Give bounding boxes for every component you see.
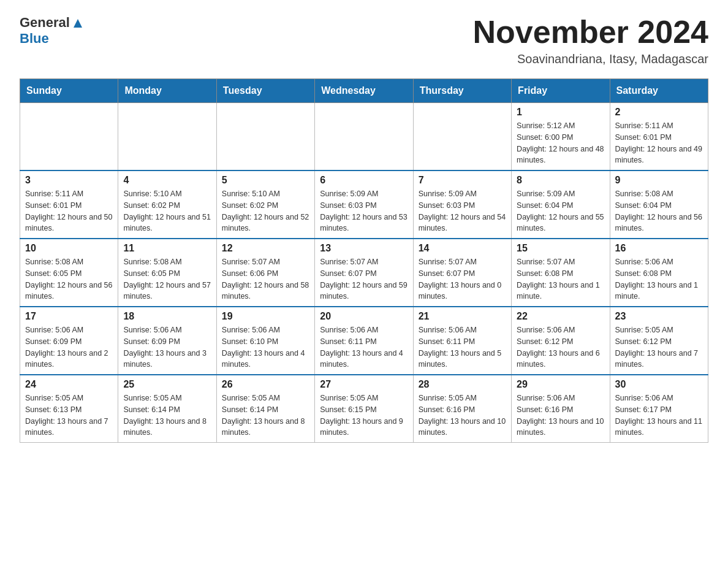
day-sun-info: Sunrise: 5:09 AM Sunset: 6:03 PM Dayligh… bbox=[419, 188, 506, 234]
table-row bbox=[413, 103, 511, 171]
day-sun-info: Sunrise: 5:10 AM Sunset: 6:02 PM Dayligh… bbox=[123, 188, 211, 234]
day-number: 10 bbox=[25, 243, 113, 254]
table-row: 26Sunrise: 5:05 AM Sunset: 6:14 PM Dayli… bbox=[216, 375, 314, 443]
day-number: 13 bbox=[320, 243, 408, 254]
day-sun-info: Sunrise: 5:08 AM Sunset: 6:04 PM Dayligh… bbox=[615, 188, 703, 234]
header-saturday: Saturday bbox=[610, 79, 708, 103]
header-tuesday: Tuesday bbox=[216, 79, 314, 103]
table-row: 28Sunrise: 5:05 AM Sunset: 6:16 PM Dayli… bbox=[413, 375, 511, 443]
table-row: 15Sunrise: 5:07 AM Sunset: 6:08 PM Dayli… bbox=[512, 239, 610, 307]
day-sun-info: Sunrise: 5:07 AM Sunset: 6:08 PM Dayligh… bbox=[517, 256, 604, 302]
calendar-week-row: 1Sunrise: 5:12 AM Sunset: 6:00 PM Daylig… bbox=[20, 103, 708, 171]
month-title: November 2024 bbox=[473, 15, 708, 50]
day-sun-info: Sunrise: 5:11 AM Sunset: 6:01 PM Dayligh… bbox=[615, 120, 703, 166]
table-row: 4Sunrise: 5:10 AM Sunset: 6:02 PM Daylig… bbox=[118, 170, 216, 239]
table-row bbox=[20, 103, 118, 171]
table-row: 29Sunrise: 5:06 AM Sunset: 6:16 PM Dayli… bbox=[512, 375, 610, 443]
header-wednesday: Wednesday bbox=[315, 79, 413, 103]
day-number: 27 bbox=[320, 379, 408, 390]
day-number: 17 bbox=[25, 311, 113, 322]
calendar-week-row: 10Sunrise: 5:08 AM Sunset: 6:05 PM Dayli… bbox=[20, 239, 708, 307]
day-number: 20 bbox=[320, 311, 408, 322]
day-sun-info: Sunrise: 5:06 AM Sunset: 6:11 PM Dayligh… bbox=[419, 324, 506, 370]
day-number: 6 bbox=[320, 175, 408, 186]
day-number: 19 bbox=[222, 311, 309, 322]
logo: General Blue bbox=[20, 15, 85, 47]
calendar-week-row: 17Sunrise: 5:06 AM Sunset: 6:09 PM Dayli… bbox=[20, 307, 708, 375]
header-friday: Friday bbox=[512, 79, 610, 103]
day-number: 9 bbox=[615, 175, 703, 186]
table-row: 27Sunrise: 5:05 AM Sunset: 6:15 PM Dayli… bbox=[315, 375, 413, 443]
day-number: 11 bbox=[123, 243, 211, 254]
logo-blue-text: Blue bbox=[20, 31, 49, 47]
table-row: 12Sunrise: 5:07 AM Sunset: 6:06 PM Dayli… bbox=[216, 239, 314, 307]
table-row bbox=[118, 103, 216, 171]
day-number: 18 bbox=[123, 311, 211, 322]
table-row: 25Sunrise: 5:05 AM Sunset: 6:14 PM Dayli… bbox=[118, 375, 216, 443]
table-row: 1Sunrise: 5:12 AM Sunset: 6:00 PM Daylig… bbox=[512, 103, 610, 171]
page-header: General Blue November 2024 Soavinandrian… bbox=[20, 15, 708, 66]
table-row: 19Sunrise: 5:06 AM Sunset: 6:10 PM Dayli… bbox=[216, 307, 314, 375]
day-sun-info: Sunrise: 5:06 AM Sunset: 6:10 PM Dayligh… bbox=[222, 324, 309, 370]
day-number: 12 bbox=[222, 243, 309, 254]
day-number: 21 bbox=[419, 311, 506, 322]
table-row: 13Sunrise: 5:07 AM Sunset: 6:07 PM Dayli… bbox=[315, 239, 413, 307]
table-row: 16Sunrise: 5:06 AM Sunset: 6:08 PM Dayli… bbox=[610, 239, 708, 307]
day-sun-info: Sunrise: 5:05 AM Sunset: 6:15 PM Dayligh… bbox=[320, 393, 408, 439]
table-row: 3Sunrise: 5:11 AM Sunset: 6:01 PM Daylig… bbox=[20, 170, 118, 239]
table-row: 30Sunrise: 5:06 AM Sunset: 6:17 PM Dayli… bbox=[610, 375, 708, 443]
day-number: 4 bbox=[123, 175, 211, 186]
table-row: 24Sunrise: 5:05 AM Sunset: 6:13 PM Dayli… bbox=[20, 375, 118, 443]
table-row: 11Sunrise: 5:08 AM Sunset: 6:05 PM Dayli… bbox=[118, 239, 216, 307]
location-subtitle: Soavinandriana, Itasy, Madagascar bbox=[473, 52, 708, 66]
day-number: 24 bbox=[25, 379, 113, 390]
table-row: 6Sunrise: 5:09 AM Sunset: 6:03 PM Daylig… bbox=[315, 170, 413, 239]
day-sun-info: Sunrise: 5:05 AM Sunset: 6:14 PM Dayligh… bbox=[123, 393, 211, 439]
title-block: November 2024 Soavinandriana, Itasy, Mad… bbox=[473, 15, 708, 66]
table-row: 5Sunrise: 5:10 AM Sunset: 6:02 PM Daylig… bbox=[216, 170, 314, 239]
day-sun-info: Sunrise: 5:11 AM Sunset: 6:01 PM Dayligh… bbox=[25, 188, 113, 234]
table-row: 8Sunrise: 5:09 AM Sunset: 6:04 PM Daylig… bbox=[512, 170, 610, 239]
day-sun-info: Sunrise: 5:06 AM Sunset: 6:16 PM Dayligh… bbox=[517, 393, 604, 439]
day-sun-info: Sunrise: 5:05 AM Sunset: 6:14 PM Dayligh… bbox=[222, 393, 309, 439]
table-row: 2Sunrise: 5:11 AM Sunset: 6:01 PM Daylig… bbox=[610, 103, 708, 171]
day-sun-info: Sunrise: 5:06 AM Sunset: 6:09 PM Dayligh… bbox=[25, 324, 113, 370]
day-number: 2 bbox=[615, 107, 703, 118]
svg-marker-0 bbox=[74, 19, 82, 28]
day-number: 7 bbox=[419, 175, 506, 186]
table-row: 20Sunrise: 5:06 AM Sunset: 6:11 PM Dayli… bbox=[315, 307, 413, 375]
calendar-header-row: Sunday Monday Tuesday Wednesday Thursday… bbox=[20, 79, 708, 103]
day-sun-info: Sunrise: 5:12 AM Sunset: 6:00 PM Dayligh… bbox=[517, 120, 604, 166]
day-sun-info: Sunrise: 5:07 AM Sunset: 6:07 PM Dayligh… bbox=[419, 256, 506, 302]
logo-general-text: General bbox=[20, 15, 70, 31]
day-number: 26 bbox=[222, 379, 309, 390]
day-sun-info: Sunrise: 5:09 AM Sunset: 6:04 PM Dayligh… bbox=[517, 188, 604, 234]
logo-triangle-icon bbox=[71, 17, 85, 30]
day-number: 15 bbox=[517, 243, 604, 254]
day-sun-info: Sunrise: 5:07 AM Sunset: 6:06 PM Dayligh… bbox=[222, 256, 309, 302]
day-sun-info: Sunrise: 5:10 AM Sunset: 6:02 PM Dayligh… bbox=[222, 188, 309, 234]
day-sun-info: Sunrise: 5:07 AM Sunset: 6:07 PM Dayligh… bbox=[320, 256, 408, 302]
day-sun-info: Sunrise: 5:06 AM Sunset: 6:11 PM Dayligh… bbox=[320, 324, 408, 370]
table-row: 18Sunrise: 5:06 AM Sunset: 6:09 PM Dayli… bbox=[118, 307, 216, 375]
table-row: 9Sunrise: 5:08 AM Sunset: 6:04 PM Daylig… bbox=[610, 170, 708, 239]
table-row: 17Sunrise: 5:06 AM Sunset: 6:09 PM Dayli… bbox=[20, 307, 118, 375]
day-sun-info: Sunrise: 5:06 AM Sunset: 6:09 PM Dayligh… bbox=[123, 324, 211, 370]
day-number: 1 bbox=[517, 107, 604, 118]
day-sun-info: Sunrise: 5:05 AM Sunset: 6:13 PM Dayligh… bbox=[25, 393, 113, 439]
day-number: 3 bbox=[25, 175, 113, 186]
day-number: 5 bbox=[222, 175, 309, 186]
header-sunday: Sunday bbox=[20, 79, 118, 103]
day-number: 30 bbox=[615, 379, 703, 390]
calendar-week-row: 24Sunrise: 5:05 AM Sunset: 6:13 PM Dayli… bbox=[20, 375, 708, 443]
calendar-week-row: 3Sunrise: 5:11 AM Sunset: 6:01 PM Daylig… bbox=[20, 170, 708, 239]
day-sun-info: Sunrise: 5:06 AM Sunset: 6:12 PM Dayligh… bbox=[517, 324, 604, 370]
day-sun-info: Sunrise: 5:06 AM Sunset: 6:17 PM Dayligh… bbox=[615, 393, 703, 439]
day-sun-info: Sunrise: 5:09 AM Sunset: 6:03 PM Dayligh… bbox=[320, 188, 408, 234]
header-monday: Monday bbox=[118, 79, 216, 103]
day-number: 14 bbox=[419, 243, 506, 254]
day-sun-info: Sunrise: 5:05 AM Sunset: 6:16 PM Dayligh… bbox=[419, 393, 506, 439]
table-row: 23Sunrise: 5:05 AM Sunset: 6:12 PM Dayli… bbox=[610, 307, 708, 375]
table-row: 22Sunrise: 5:06 AM Sunset: 6:12 PM Dayli… bbox=[512, 307, 610, 375]
calendar-table: Sunday Monday Tuesday Wednesday Thursday… bbox=[20, 79, 708, 443]
